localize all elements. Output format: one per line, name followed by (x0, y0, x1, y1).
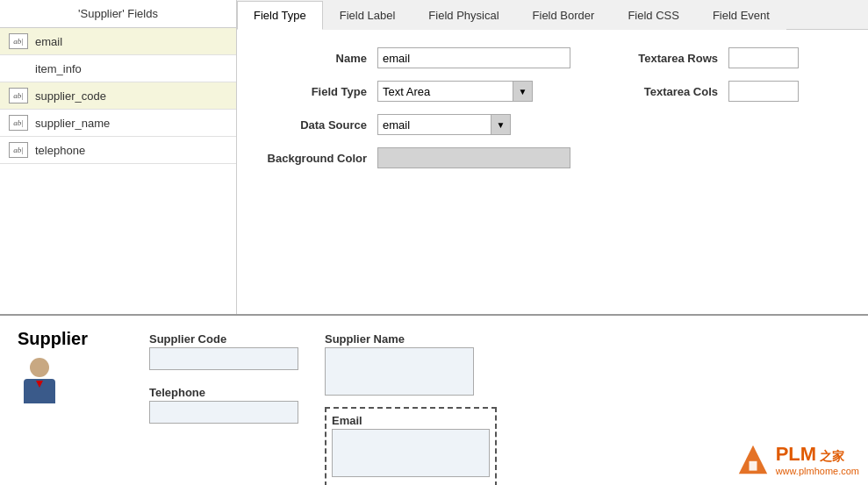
bg-color-label: Background Color (263, 152, 377, 165)
field-name-telephone: telephone (35, 144, 85, 157)
tab-field-label[interactable]: Field Label (323, 1, 412, 30)
email-group: Email (325, 407, 497, 485)
data-source-input[interactable] (377, 114, 491, 135)
watermark: PLM 之家 www.plmhome.com (737, 443, 859, 476)
field-type-label: Field Type (263, 85, 377, 98)
textarea-cols-row: Textarea Cols (623, 81, 799, 102)
plm-icon (737, 444, 769, 475)
field-name-item-info: item_info (35, 62, 82, 75)
supplier-avatar (18, 356, 61, 404)
tab-content-field-type: Name Field Type ▼ Data Source (237, 30, 868, 314)
field-type-row: Field Type ▼ (263, 81, 570, 102)
plm-brand: PLM (776, 443, 816, 466)
supplier-section: Supplier (18, 329, 123, 472)
svg-rect-1 (749, 461, 757, 471)
name-label: Name (263, 52, 377, 65)
field-icon-supplier-code: ab| (9, 88, 28, 103)
name-input[interactable] (377, 47, 570, 68)
avatar-body (24, 379, 55, 403)
field-icon-item-info (9, 61, 28, 76)
bg-color-box[interactable] (377, 147, 570, 168)
field-row-telephone[interactable]: ab| telephone (0, 137, 236, 164)
field-type-dropdown-btn[interactable]: ▼ (513, 81, 533, 102)
right-fields: Supplier Name Email (325, 332, 497, 472)
avatar-head (30, 358, 49, 377)
field-icon-supplier-name: ab| (9, 115, 28, 131)
supplier-code-input[interactable] (149, 347, 298, 370)
field-icon-email: ab| (9, 33, 28, 49)
telephone-input[interactable] (149, 401, 298, 424)
email-label: Email (332, 414, 490, 427)
supplier-name-label: Supplier Name (325, 332, 497, 346)
supplier-code-group: Supplier Code (149, 332, 298, 370)
textarea-cols-input[interactable] (728, 81, 799, 102)
tab-field-event[interactable]: Field Event (696, 1, 786, 30)
field-name-email: email (35, 35, 62, 48)
field-name-supplier-name: supplier_name (35, 117, 110, 130)
field-type-select-wrapper: ▼ (377, 81, 533, 102)
email-textarea[interactable] (332, 429, 490, 477)
plm-chinese: 之家 (820, 449, 844, 465)
tab-field-css[interactable]: Field CSS (611, 1, 696, 30)
data-source-select-wrapper: ▼ (377, 114, 511, 135)
bg-color-row: Background Color (263, 147, 570, 168)
bottom-panel: Supplier Supplier Code Telephone Supplie… (0, 316, 868, 485)
field-row-item-info[interactable]: item_info (0, 55, 236, 82)
right-panel: Field Type Field Label Field Physical Fi… (237, 0, 868, 314)
middle-fields: Supplier Code Telephone (149, 332, 298, 472)
plm-site: www.plmhome.com (776, 466, 859, 476)
sidebar-header: 'Supplier' Fields (0, 0, 236, 28)
field-row-email[interactable]: ab| email (0, 28, 236, 55)
field-name-supplier-code: supplier_code (35, 89, 106, 103)
supplier-name-textarea[interactable] (325, 347, 474, 396)
name-row: Name (263, 47, 570, 68)
tab-field-type[interactable]: Field Type (237, 1, 323, 30)
field-icon-telephone: ab| (9, 142, 28, 158)
avatar-tie (36, 381, 43, 388)
supplier-name-group: Supplier Name (325, 332, 497, 398)
tabs-bar: Field Type Field Label Field Physical Fi… (237, 0, 868, 30)
field-type-input[interactable] (377, 81, 513, 102)
plm-brand-text: PLM 之家 www.plmhome.com (776, 443, 859, 476)
tab-field-border[interactable]: Field Border (516, 1, 612, 30)
data-source-label: Data Source (263, 118, 377, 132)
data-source-dropdown-btn[interactable]: ▼ (491, 114, 511, 135)
supplier-title: Supplier (18, 329, 88, 349)
supplier-code-label: Supplier Code (149, 332, 298, 346)
textarea-rows-row: Textarea Rows (623, 47, 799, 68)
tab-field-physical[interactable]: Field Physical (412, 1, 515, 30)
textarea-rows-input[interactable] (728, 47, 799, 68)
field-row-supplier-name[interactable]: ab| supplier_name (0, 110, 236, 137)
textarea-cols-label: Textarea Cols (623, 85, 728, 98)
telephone-label: Telephone (149, 386, 298, 399)
telephone-group: Telephone (149, 386, 298, 424)
right-group: Textarea Rows Textarea Cols (623, 47, 799, 181)
field-row-supplier-code[interactable]: ab| supplier_code (0, 82, 236, 110)
fields-sidebar: 'Supplier' Fields ab| email item_info ab… (0, 0, 237, 314)
textarea-rows-label: Textarea Rows (623, 52, 728, 65)
data-source-row: Data Source ▼ (263, 114, 570, 135)
